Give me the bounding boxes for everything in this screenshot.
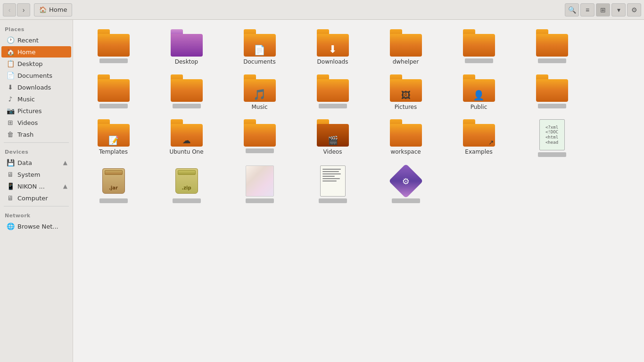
html-file-icon: <?xml<!DOC<html<head [539,119,565,150]
file-label-blurred [246,198,274,203]
list-item[interactable]: ⚙ [369,162,442,208]
sidebar-downloads-label: Downloads [17,84,51,91]
view-controls: 🔍 ≡ ⊞ ▾ ⚙ [565,3,641,16]
sidebar-item-trash[interactable]: 🗑 Trash [1,129,71,140]
file-label: Public [471,104,487,111]
file-label-blurred [392,198,420,203]
file-label: Desktop [175,58,198,66]
location-text: Home [49,6,67,13]
videos-icon: ⊞ [6,119,15,126]
sidebar-divider-1 [4,142,69,143]
places-label: Places [0,23,73,34]
list-item[interactable]: 🎬 Videos [296,115,369,162]
folder-documents-icon: 📄 [244,29,276,57]
location-bar[interactable]: 🏠 Home [34,3,72,16]
folder-plain-icon [317,74,349,102]
list-item[interactable] [150,71,223,116]
image-file-icon [246,165,274,197]
folder-ubuntuone-icon: ☁ [171,119,203,147]
jar-file-icon: .jar [100,165,127,197]
list-item[interactable]: <?xml<!DOC<html<head [515,115,588,162]
settings-button[interactable]: ⚙ [627,3,641,16]
list-item[interactable] [296,162,369,208]
file-label: Downloads [317,58,348,66]
grid-view-button[interactable]: ⊞ [596,3,610,16]
desktop-icon: 📋 [6,60,15,67]
list-item[interactable] [296,71,369,116]
list-view-button[interactable]: ≡ [580,3,594,16]
sidebar-desktop-label: Desktop [17,60,43,67]
folder-templates-icon: 📝 [98,119,130,147]
file-label-blurred [173,198,201,203]
folder-plain-icon [536,29,568,57]
list-item[interactable]: .jar [77,162,150,208]
file-label: Music [251,104,267,111]
list-item[interactable] [515,25,588,71]
list-item[interactable]: ⬇ Downloads [296,25,369,71]
nav-buttons: ‹ › [3,3,30,16]
list-item[interactable] [223,162,296,208]
file-label: Documents [243,58,275,66]
list-item[interactable]: dwhelper [369,25,442,71]
file-label: Examples [465,148,492,156]
network-label: Network [0,209,73,220]
sidebar-item-system[interactable]: 🖥 System [1,169,71,180]
sidebar-music-label: Music [17,96,35,103]
system-icon: 🖥 [6,171,15,178]
list-item[interactable]: .zip [150,162,223,208]
data-icon: 💾 [6,159,15,166]
toolbar: ‹ › 🏠 Home 🔍 ≡ ⊞ ▾ ⚙ [0,0,644,20]
list-item[interactable] [442,25,515,71]
file-label-blurred [99,198,128,203]
list-item[interactable] [223,115,296,162]
sidebar-item-recent[interactable]: 🕐 Recent [1,34,71,46]
sidebar-item-desktop[interactable]: 📋 Desktop [1,58,71,69]
file-label-blurred [538,152,566,157]
list-item[interactable]: 📄 Documents [223,25,296,71]
list-item[interactable]: 🎵 Music [223,71,296,116]
file-label: Templates [99,148,128,156]
back-button[interactable]: ‹ [3,3,16,16]
list-item[interactable]: 🖼 Pictures [369,71,442,116]
network-icon: 🌐 [6,222,15,230]
sidebar-item-music[interactable]: ♪ Music [1,93,71,105]
sidebar-item-browse-network[interactable]: 🌐 Browse Net... [1,221,71,232]
list-item[interactable]: 👤 Public [442,71,515,116]
sort-button[interactable]: ▾ [611,3,626,16]
folder-plain-icon [98,74,130,102]
data-eject-button[interactable]: ▲ [63,159,67,166]
folder-videos-icon: 🎬 [317,119,349,147]
sidebar-item-data[interactable]: 💾 Data ▲ [1,157,71,168]
file-label: workspace [390,148,421,156]
folder-pictures-icon: 🖼 [390,74,422,102]
list-item[interactable]: 📝 Templates [77,115,150,162]
list-item[interactable]: ☁ Ubuntu One [150,115,223,162]
file-label-blurred [173,104,201,108]
folder-examples-icon: ↗ [463,119,495,147]
sidebar-item-videos[interactable]: ⊞ Videos [1,117,71,128]
folder-plain-icon [463,29,495,57]
sidebar-divider-2 [4,206,69,206]
list-item[interactable] [77,25,150,71]
icon-grid: Desktop 📄 Documents ⬇ [77,25,640,208]
file-label: Ubuntu One [169,148,203,156]
list-item[interactable]: workspace [369,115,442,162]
sidebar-item-downloads[interactable]: ⬇ Downloads [1,82,71,93]
nikon-eject-button[interactable]: ▲ [63,183,67,189]
sidebar-item-documents[interactable]: 📄 Documents [1,70,71,81]
list-item[interactable]: Desktop [150,25,223,71]
exec-file-icon: ⚙ [392,165,420,197]
sidebar-item-nikon[interactable]: 📱 NIKON ... ▲ [1,181,71,192]
computer-icon: 🖥 [6,194,15,202]
search-button[interactable]: 🔍 [565,3,579,16]
list-item[interactable] [77,71,150,116]
home-icon: 🏠 [6,48,15,56]
sidebar-item-home[interactable]: 🏠 Home [1,46,71,58]
list-item[interactable]: ↗ Examples [442,115,515,162]
forward-button[interactable]: › [17,3,30,16]
trash-icon: 🗑 [6,131,15,138]
list-item[interactable] [515,71,588,116]
sidebar-item-computer[interactable]: 🖥 Computer [1,192,71,204]
sidebar-recent-label: Recent [17,37,39,44]
sidebar-item-pictures[interactable]: 📷 Pictures [1,105,71,116]
